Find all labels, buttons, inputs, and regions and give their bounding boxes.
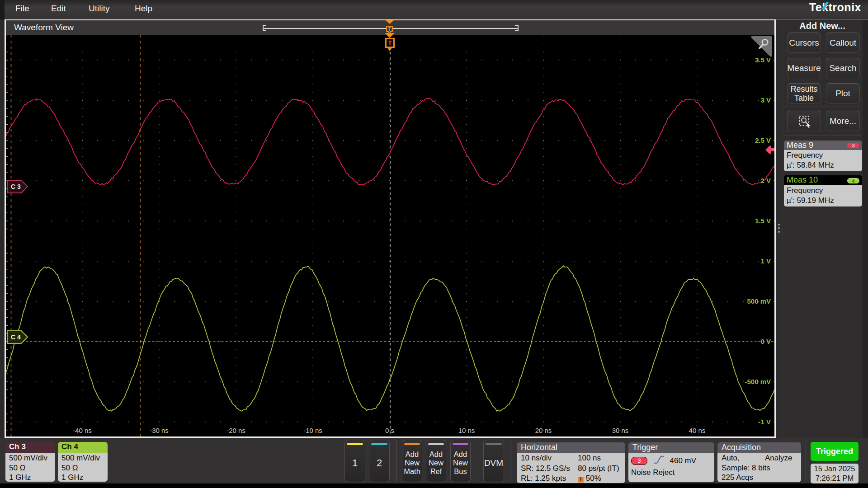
svg-text:-500 mV: -500 mV: [745, 378, 771, 385]
svg-text:40 ns: 40 ns: [689, 427, 706, 434]
svg-text:1 V: 1 V: [760, 257, 771, 265]
svg-text:10 ns: 10 ns: [458, 427, 475, 434]
svg-text:-30 ns: -30 ns: [150, 427, 169, 434]
svg-text:T: T: [388, 27, 391, 32]
svg-text:-10 ns: -10 ns: [303, 427, 322, 434]
svg-text:1.5 V: 1.5 V: [755, 217, 771, 225]
svg-text:3 V: 3 V: [760, 96, 771, 104]
svg-text:30 ns: 30 ns: [612, 427, 629, 434]
svg-text:3.5 V: 3.5 V: [755, 56, 771, 64]
svg-text:-20 ns: -20 ns: [226, 427, 245, 434]
svg-text:-1 V: -1 V: [758, 418, 771, 426]
svg-text:-40 ns: -40 ns: [73, 427, 92, 434]
svg-text:0 s: 0 s: [385, 427, 394, 434]
svg-text:C 3: C 3: [11, 183, 21, 190]
svg-text:500 mV: 500 mV: [747, 297, 771, 305]
svg-text:0 V: 0 V: [760, 338, 771, 345]
svg-text:C 4: C 4: [11, 333, 21, 341]
svg-text:20 ns: 20 ns: [535, 427, 552, 434]
svg-text:2 V: 2 V: [760, 177, 771, 184]
svg-text:2.5 V: 2.5 V: [755, 136, 771, 144]
